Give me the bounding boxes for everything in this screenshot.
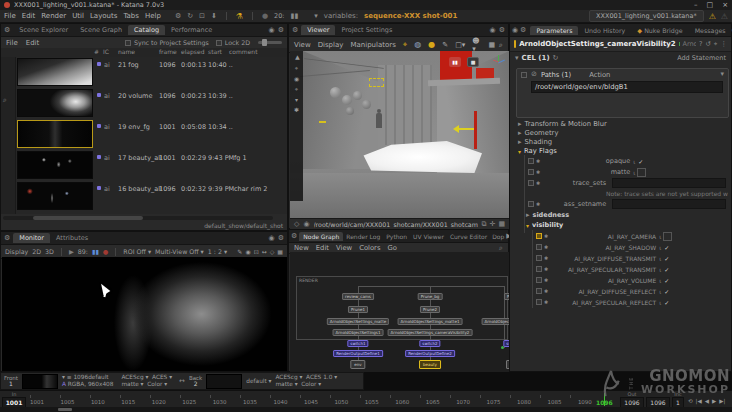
light-tool-icon[interactable]: ⌖ <box>290 64 303 72</box>
gear-icon[interactable]: ⚙ <box>278 235 284 242</box>
visibility-checkbox[interactable]: ✓ <box>663 277 670 284</box>
tab-monitor[interactable]: Monitor <box>13 233 50 243</box>
tab-parameters[interactable]: Parameters <box>530 26 578 35</box>
expand-icon[interactable]: ⊡ <box>199 13 205 20</box>
play-back-button[interactable]: ◀ <box>705 398 709 404</box>
loop-button[interactable]: ⟲ <box>688 398 693 404</box>
param-enable-checkbox[interactable] <box>536 255 542 261</box>
visibility-checkbox[interactable] <box>663 232 672 241</box>
section-geometry[interactable]: ▸Geometry <box>518 129 558 137</box>
thumbnail-size-slider[interactable] <box>258 41 282 44</box>
catalog-row[interactable]: ai 20 volume 1096 0:00:23 10:39 .. <box>1 88 287 119</box>
ng-search-icon[interactable]: ⌕ <box>499 245 503 252</box>
pin-icon[interactable]: ⌖ <box>714 40 718 48</box>
refresh-icon[interactable]: ↻ <box>187 13 193 20</box>
col-frame[interactable]: frame <box>159 48 177 55</box>
graph-node-render-selected[interactable]: beauty <box>419 360 441 369</box>
param-enable-checkbox[interactable] <box>536 299 542 305</box>
fit-icon[interactable]: ⊡ <box>254 248 259 255</box>
action-label[interactable]: Action <box>589 71 610 79</box>
col-ic[interactable]: IC <box>103 48 109 55</box>
graph-node-renderoutput[interactable]: RenderOutputDefine1 <box>333 350 383 357</box>
warning-icon[interactable]: ⚠ <box>709 12 716 21</box>
section-visibility[interactable]: ▾visibility <box>526 221 563 229</box>
tab-nuke-bridge[interactable]: ◆ Nuke Bridge <box>631 26 688 35</box>
tab-viewer[interactable]: Viewer <box>301 25 335 35</box>
graph-node[interactable]: ArnoldObjectSettings_matte2 <box>482 318 509 325</box>
step-forward-button[interactable]: ▶| <box>719 398 725 404</box>
play-forward-button[interactable]: ▶ <box>712 398 716 404</box>
ng-menu-colors[interactable]: Colors <box>359 244 380 252</box>
visibility-checkbox[interactable]: ✓ <box>663 266 670 273</box>
menu-help[interactable]: Help <box>145 12 161 20</box>
lock-2d-checkbox[interactable] <box>216 40 222 46</box>
mode-3d-button[interactable]: 3D <box>45 248 54 255</box>
circle-icon[interactable]: ◉ <box>269 27 275 34</box>
param-enable-checkbox[interactable] <box>528 169 534 175</box>
light-gizmo[interactable] <box>369 78 384 87</box>
graph-node[interactable]: Prune_bg <box>418 293 443 300</box>
exclude-icon[interactable]: ⊘ <box>531 71 537 78</box>
image-menu-icon[interactable]: ▦ <box>277 248 283 255</box>
tab-messages[interactable]: Messages <box>689 26 732 35</box>
circle-icon[interactable]: ◉ <box>269 235 275 242</box>
viewport[interactable]: ▮▮ ■ ▶ ⌖ ◉ ⌖ ▾ ✱ <box>290 51 509 218</box>
fstop-icon[interactable]: ⧉ <box>482 221 487 228</box>
ratio-dropdown[interactable]: 1 : 2 ▾ <box>208 248 227 255</box>
ng-menu-go[interactable]: Go <box>387 244 396 252</box>
cel-collapse-icon[interactable]: ▾ <box>515 55 519 62</box>
visibility-checkbox[interactable]: ✓ <box>663 244 670 251</box>
catalog-row[interactable]: ai 17 beauty_all 1001 0:02:29 9:43 PM fg… <box>1 150 287 181</box>
visibility-checkbox[interactable]: ✓ <box>663 299 670 306</box>
visibility-checkbox[interactable]: ✓ <box>663 255 670 262</box>
tab-performance[interactable]: Performance <box>165 25 218 35</box>
catalog-row[interactable]: ai 16 beauty_all 1096 0:02:32 char rim 2… <box>1 181 287 212</box>
snap-icon[interactable]: ✎ <box>442 41 448 49</box>
scrollbar-handle[interactable] <box>58 408 72 411</box>
light-create-icon[interactable]: ⌖ <box>290 85 303 93</box>
render-thumbnail-selected[interactable] <box>17 120 93 148</box>
param-enable-checkbox[interactable] <box>536 244 542 250</box>
help-icon[interactable]: ? <box>699 40 702 48</box>
section-sidedness[interactable]: ▸sidedness <box>526 211 569 219</box>
catalog-row[interactable]: ai 21 fog 1096 0:00:13 10:40 .. <box>1 57 287 88</box>
graph-node-switch[interactable]: switch1 <box>347 340 368 347</box>
gear-icon[interactable]: ⚙ <box>499 27 505 34</box>
compare-icon[interactable]: ◇ <box>270 248 275 255</box>
section-ray-flags[interactable]: ▾Ray Flags <box>518 147 557 155</box>
minimize-button[interactable]: – <box>694 1 698 9</box>
tab-catalog[interactable]: Catalog <box>128 25 165 35</box>
graph-node[interactable]: ArnoldObjectSettings_matte1 <box>398 318 463 325</box>
rotate-tool-icon[interactable]: ◉ <box>290 75 303 82</box>
flask-icon[interactable]: ⚗ <box>236 12 243 21</box>
statement-menu-icon[interactable]: ▾ <box>720 71 724 78</box>
param-enable-checkbox-edited[interactable] <box>536 233 542 239</box>
tab-render-log[interactable]: Render Log <box>343 232 383 241</box>
section-transform[interactable]: ▸Transform & Motion Blur <box>518 120 607 128</box>
paths-label[interactable]: Paths (1) <box>541 71 571 79</box>
render-flag-dot[interactable] <box>679 42 680 46</box>
camera-lock-icon[interactable]: ◉ <box>303 221 309 228</box>
matte-checkbox[interactable] <box>637 168 646 177</box>
select-tool-icon[interactable]: ▶ <box>293 51 300 64</box>
render-thumbnail[interactable] <box>17 182 93 210</box>
mode-2d-button[interactable]: 2D <box>32 248 41 255</box>
gear-icon[interactable]: ⚙ <box>4 27 10 34</box>
monitor-image[interactable] <box>2 257 287 371</box>
trace-sets-input[interactable] <box>612 178 726 188</box>
section-shading[interactable]: ▸Shading <box>518 138 552 146</box>
ng-menu-edit[interactable]: Edit <box>316 244 329 252</box>
display-menu[interactable]: Display <box>318 41 344 49</box>
pause-render-button[interactable]: ▮▮ <box>449 57 461 67</box>
front-buffer-thumbnail[interactable] <box>22 374 58 389</box>
gear-icon[interactable]: ⚙ <box>4 235 10 242</box>
gear-icon[interactable]: ⚙ <box>291 233 297 240</box>
center-icon[interactable]: ✛ <box>490 221 496 228</box>
stop-render-button[interactable]: ■ <box>467 57 479 67</box>
tab-scene-graph[interactable]: Scene Graph <box>74 25 128 35</box>
tab-node-graph[interactable]: Node Graph <box>299 232 343 241</box>
sync-checkbox[interactable] <box>125 40 131 46</box>
roi-dropdown[interactable]: ROI Off ▾ <box>123 248 151 255</box>
gear-icon[interactable]: ⚙ <box>278 27 284 34</box>
tab-uv-viewer[interactable]: UV Viewer <box>410 232 447 241</box>
